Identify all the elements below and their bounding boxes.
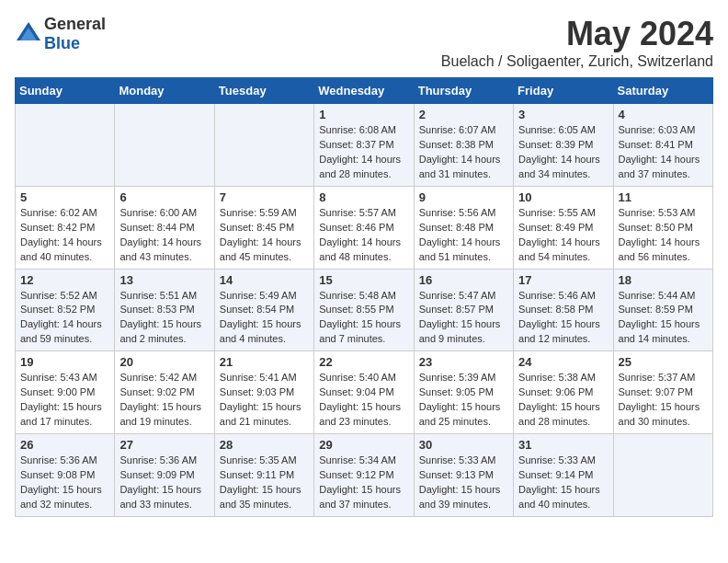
day-number: 28 xyxy=(220,438,309,452)
calendar-cell: 4Sunrise: 6:03 AM Sunset: 8:41 PM Daylig… xyxy=(613,104,712,187)
day-number: 17 xyxy=(518,273,608,287)
day-number: 26 xyxy=(20,438,109,452)
day-number: 21 xyxy=(220,355,309,369)
calendar-table: SundayMondayTuesdayWednesdayThursdayFrid… xyxy=(15,77,713,517)
calendar-cell: 9Sunrise: 5:56 AM Sunset: 8:48 PM Daylig… xyxy=(414,186,513,269)
day-number: 25 xyxy=(619,355,708,369)
weekday-header-wednesday: Wednesday xyxy=(314,78,414,104)
day-number: 12 xyxy=(20,273,109,287)
day-number: 29 xyxy=(319,438,408,452)
calendar-cell: 7Sunrise: 5:59 AM Sunset: 8:45 PM Daylig… xyxy=(214,186,313,269)
calendar-cell: 21Sunrise: 5:41 AM Sunset: 9:03 PM Dayli… xyxy=(214,351,313,434)
day-number: 10 xyxy=(518,190,608,204)
day-number: 2 xyxy=(419,108,508,121)
calendar-week-row: 5Sunrise: 6:02 AM Sunset: 8:42 PM Daylig… xyxy=(16,186,713,269)
day-info: Sunrise: 6:02 AM Sunset: 8:42 PM Dayligh… xyxy=(20,206,109,265)
day-number: 7 xyxy=(220,190,309,204)
logo-icon xyxy=(15,20,42,48)
day-info: Sunrise: 6:08 AM Sunset: 8:37 PM Dayligh… xyxy=(319,123,408,182)
calendar-cell: 12Sunrise: 5:52 AM Sunset: 8:52 PM Dayli… xyxy=(16,269,115,351)
day-info: Sunrise: 5:47 AM Sunset: 8:57 PM Dayligh… xyxy=(419,289,508,348)
calendar-cell: 22Sunrise: 5:40 AM Sunset: 9:04 PM Dayli… xyxy=(314,351,414,434)
calendar-cell: 30Sunrise: 5:33 AM Sunset: 9:13 PM Dayli… xyxy=(414,434,513,517)
calendar-cell: 17Sunrise: 5:46 AM Sunset: 8:58 PM Dayli… xyxy=(514,269,613,351)
day-number: 24 xyxy=(518,355,608,369)
day-number: 1 xyxy=(319,108,408,121)
day-number: 16 xyxy=(419,273,508,287)
calendar-cell xyxy=(115,104,214,187)
calendar-cell: 19Sunrise: 5:43 AM Sunset: 9:00 PM Dayli… xyxy=(16,351,115,434)
day-number: 23 xyxy=(419,355,508,369)
day-number: 20 xyxy=(119,355,209,369)
day-info: Sunrise: 5:51 AM Sunset: 8:53 PM Dayligh… xyxy=(119,289,209,348)
calendar-cell xyxy=(214,104,313,187)
calendar-cell: 25Sunrise: 5:37 AM Sunset: 9:07 PM Dayli… xyxy=(613,351,712,434)
calendar-cell xyxy=(613,434,712,517)
calendar-week-row: 19Sunrise: 5:43 AM Sunset: 9:00 PM Dayli… xyxy=(16,351,713,434)
day-info: Sunrise: 6:07 AM Sunset: 8:38 PM Dayligh… xyxy=(419,123,508,182)
day-info: Sunrise: 5:41 AM Sunset: 9:03 PM Dayligh… xyxy=(220,371,309,430)
calendar-cell: 15Sunrise: 5:48 AM Sunset: 8:55 PM Dayli… xyxy=(314,269,414,351)
day-number: 18 xyxy=(619,273,708,287)
day-number: 3 xyxy=(518,108,608,121)
day-number: 15 xyxy=(319,273,408,287)
weekday-header-monday: Monday xyxy=(115,78,214,104)
calendar-cell: 2Sunrise: 6:07 AM Sunset: 8:38 PM Daylig… xyxy=(414,104,513,187)
month-title: May 2024 xyxy=(441,15,713,53)
day-number: 14 xyxy=(220,273,309,287)
day-info: Sunrise: 5:52 AM Sunset: 8:52 PM Dayligh… xyxy=(20,289,109,348)
weekday-header-saturday: Saturday xyxy=(613,78,712,104)
weekday-header-friday: Friday xyxy=(514,78,613,104)
day-number: 9 xyxy=(419,190,508,204)
weekday-header-thursday: Thursday xyxy=(414,78,513,104)
day-info: Sunrise: 5:42 AM Sunset: 9:02 PM Dayligh… xyxy=(119,371,209,430)
day-info: Sunrise: 5:49 AM Sunset: 8:54 PM Dayligh… xyxy=(220,289,309,348)
calendar-cell: 26Sunrise: 5:36 AM Sunset: 9:08 PM Dayli… xyxy=(16,434,115,517)
day-info: Sunrise: 5:56 AM Sunset: 8:48 PM Dayligh… xyxy=(419,206,508,265)
day-info: Sunrise: 5:38 AM Sunset: 9:06 PM Dayligh… xyxy=(518,371,608,430)
calendar-week-row: 12Sunrise: 5:52 AM Sunset: 8:52 PM Dayli… xyxy=(16,269,713,351)
calendar-cell: 5Sunrise: 6:02 AM Sunset: 8:42 PM Daylig… xyxy=(16,186,115,269)
calendar-cell: 28Sunrise: 5:35 AM Sunset: 9:11 PM Dayli… xyxy=(214,434,313,517)
calendar-cell: 23Sunrise: 5:39 AM Sunset: 9:05 PM Dayli… xyxy=(414,351,513,434)
calendar-cell: 20Sunrise: 5:42 AM Sunset: 9:02 PM Dayli… xyxy=(115,351,214,434)
calendar-cell: 3Sunrise: 6:05 AM Sunset: 8:39 PM Daylig… xyxy=(514,104,613,187)
calendar-week-row: 26Sunrise: 5:36 AM Sunset: 9:08 PM Dayli… xyxy=(16,434,713,517)
calendar-cell: 10Sunrise: 5:55 AM Sunset: 8:49 PM Dayli… xyxy=(514,186,613,269)
day-info: Sunrise: 5:36 AM Sunset: 9:09 PM Dayligh… xyxy=(119,454,209,512)
day-info: Sunrise: 5:55 AM Sunset: 8:49 PM Dayligh… xyxy=(518,206,608,265)
day-info: Sunrise: 5:59 AM Sunset: 8:45 PM Dayligh… xyxy=(220,206,309,265)
logo-text-blue: Blue xyxy=(44,34,80,52)
weekday-header-sunday: Sunday xyxy=(16,78,115,104)
day-number: 31 xyxy=(518,438,608,452)
day-info: Sunrise: 5:36 AM Sunset: 9:08 PM Dayligh… xyxy=(20,454,109,512)
day-info: Sunrise: 5:37 AM Sunset: 9:07 PM Dayligh… xyxy=(619,371,708,430)
day-info: Sunrise: 5:35 AM Sunset: 9:11 PM Dayligh… xyxy=(220,454,309,512)
calendar-cell: 18Sunrise: 5:44 AM Sunset: 8:59 PM Dayli… xyxy=(613,269,712,351)
day-number: 6 xyxy=(119,190,209,204)
calendar-cell: 14Sunrise: 5:49 AM Sunset: 8:54 PM Dayli… xyxy=(214,269,313,351)
calendar-week-row: 1Sunrise: 6:08 AM Sunset: 8:37 PM Daylig… xyxy=(16,104,713,187)
day-number: 30 xyxy=(419,438,508,452)
day-number: 13 xyxy=(119,273,209,287)
day-info: Sunrise: 5:46 AM Sunset: 8:58 PM Dayligh… xyxy=(518,289,608,348)
day-number: 11 xyxy=(619,190,708,204)
day-info: Sunrise: 5:44 AM Sunset: 8:59 PM Dayligh… xyxy=(619,289,708,348)
day-number: 22 xyxy=(319,355,408,369)
day-info: Sunrise: 5:40 AM Sunset: 9:04 PM Dayligh… xyxy=(319,371,408,430)
calendar-cell: 27Sunrise: 5:36 AM Sunset: 9:09 PM Dayli… xyxy=(115,434,214,517)
calendar-cell: 16Sunrise: 5:47 AM Sunset: 8:57 PM Dayli… xyxy=(414,269,513,351)
day-info: Sunrise: 5:39 AM Sunset: 9:05 PM Dayligh… xyxy=(419,371,508,430)
day-info: Sunrise: 6:05 AM Sunset: 8:39 PM Dayligh… xyxy=(518,123,608,182)
weekday-header-tuesday: Tuesday xyxy=(214,78,313,104)
calendar-cell: 13Sunrise: 5:51 AM Sunset: 8:53 PM Dayli… xyxy=(115,269,214,351)
calendar-cell: 31Sunrise: 5:33 AM Sunset: 9:14 PM Dayli… xyxy=(514,434,613,517)
title-section: May 2024 Buelach / Soligaenter, Zurich, … xyxy=(441,15,713,70)
calendar-cell: 29Sunrise: 5:34 AM Sunset: 9:12 PM Dayli… xyxy=(314,434,414,517)
day-info: Sunrise: 5:33 AM Sunset: 9:14 PM Dayligh… xyxy=(518,454,608,512)
day-number: 27 xyxy=(119,438,209,452)
logo-text-general: General xyxy=(44,15,106,33)
logo: General Blue xyxy=(15,15,106,53)
weekday-header-row: SundayMondayTuesdayWednesdayThursdayFrid… xyxy=(16,78,713,104)
calendar-header: SundayMondayTuesdayWednesdayThursdayFrid… xyxy=(16,78,713,104)
